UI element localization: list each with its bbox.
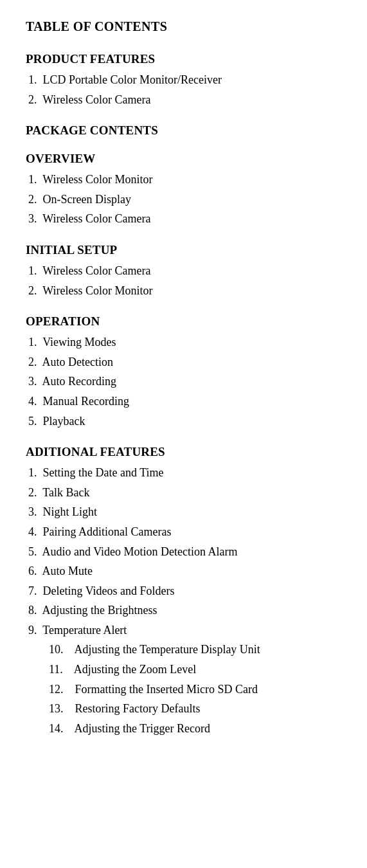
section-overview: OVERVIEW 1. Wireless Color Monitor 2. On… bbox=[26, 152, 341, 229]
list-item: 3. Auto Recording bbox=[26, 372, 341, 392]
list-item: 7. Deleting Videos and Folders bbox=[26, 581, 341, 601]
list-item: 4. Manual Recording bbox=[26, 392, 341, 411]
section-heading-initial-setup: INITIAL SETUP bbox=[26, 243, 341, 257]
section-heading-additional-features: ADITIONAL FEATURES bbox=[26, 445, 341, 459]
list-item: 8. Adjusting the Brightness bbox=[26, 601, 341, 620]
section-heading-product-features: PRODUCT FEATURES bbox=[26, 52, 341, 66]
list-item: 1. Viewing Modes bbox=[26, 332, 341, 352]
section-heading-overview: OVERVIEW bbox=[26, 152, 341, 166]
list-item: 12. Formatting the Inserted Micro SD Car… bbox=[26, 680, 341, 700]
list-item: 10. Adjusting the Temperature Display Un… bbox=[26, 640, 341, 660]
list-item: 1. Wireless Color Camera bbox=[26, 261, 341, 281]
section-package-contents: PACKAGE CONTENTS bbox=[26, 123, 341, 138]
section-product-features: PRODUCT FEATURES 1. LCD Portable Color M… bbox=[26, 52, 341, 109]
section-initial-setup: INITIAL SETUP 1. Wireless Color Camera 2… bbox=[26, 243, 341, 300]
list-item: 3. Night Light bbox=[26, 502, 341, 522]
list-item: 5. Playback bbox=[26, 411, 341, 431]
list-item: 2. Wireless Color Camera bbox=[26, 90, 341, 110]
sections-container: PRODUCT FEATURES 1. LCD Portable Color M… bbox=[26, 52, 341, 738]
list-item: 5. Audio and Video Motion Detection Alar… bbox=[26, 542, 341, 562]
list-item: 14. Adjusting the Trigger Record bbox=[26, 719, 341, 739]
list-item: 11. Adjusting the Zoom Level bbox=[26, 660, 341, 680]
list-item: 1. Setting the Date and Time bbox=[26, 463, 341, 483]
section-additional-features: ADITIONAL FEATURES 1. Setting the Date a… bbox=[26, 445, 341, 738]
list-item: 6. Auto Mute bbox=[26, 561, 341, 581]
section-operation: OPERATION 1. Viewing Modes 2. Auto Detec… bbox=[26, 314, 341, 431]
list-item: 2. On-Screen Display bbox=[26, 190, 341, 210]
section-heading-operation: OPERATION bbox=[26, 314, 341, 329]
list-item: 9. Temperature Alert bbox=[26, 620, 341, 640]
list-item: 1. LCD Portable Color Monitor/Receiver bbox=[26, 70, 341, 90]
list-item: 1. Wireless Color Monitor bbox=[26, 170, 341, 190]
list-item: 4. Pairing Additional Cameras bbox=[26, 522, 341, 542]
list-item: 13. Restoring Factory Defaults bbox=[26, 699, 341, 719]
list-item: 2. Talk Back bbox=[26, 483, 341, 503]
page-title: TABLE OF CONTENTS bbox=[26, 19, 341, 34]
list-item: 3. Wireless Color Camera bbox=[26, 209, 341, 229]
section-heading-package-contents: PACKAGE CONTENTS bbox=[26, 123, 341, 138]
list-item: 2. Auto Detection bbox=[26, 352, 341, 372]
list-item: 2. Wireless Color Monitor bbox=[26, 281, 341, 301]
